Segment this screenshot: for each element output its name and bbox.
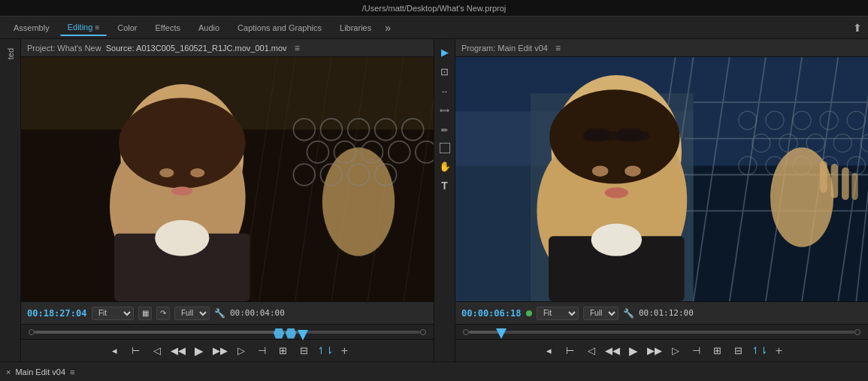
select-tool[interactable]: ▶ [438, 45, 452, 59]
title-bar: /Users/matt/Desktop/What's New.prproj [0, 0, 868, 17]
program-video-frame [455, 57, 868, 301]
source-quality-select[interactable]: Full 1/2 1/4 [174, 307, 210, 320]
editing-tab-menu[interactable]: ≡ [95, 23, 99, 32]
svg-rect-82 [842, 168, 849, 200]
program-overwrite-btn[interactable]: ⊟ [730, 343, 747, 359]
tab-effects[interactable]: Effects [148, 20, 188, 35]
tab-assembly[interactable]: Assembly [6, 20, 57, 35]
source-play-btn[interactable]: ▶ [191, 343, 207, 359]
source-insert-btn[interactable]: ↷ [156, 307, 170, 320]
source-mark-in-btn[interactable]: ◂ [107, 343, 123, 359]
source-insert-clip-btn[interactable]: ⊞ [275, 343, 292, 359]
program-scrubber-track[interactable] [469, 331, 854, 334]
source-in-marker [274, 328, 284, 339]
program-quality-select[interactable]: Full 1/2 1/4 [583, 307, 618, 320]
hand-tool[interactable]: ✋ [438, 159, 452, 173]
program-scrubber-end-dot [854, 329, 860, 335]
tab-audio[interactable]: Audio [191, 20, 227, 35]
source-step-back-btn[interactable]: ◀◀ [170, 343, 186, 359]
program-end-timecode: 00:01:12:00 [639, 308, 694, 318]
source-step-forward-btn[interactable]: ▶▶ [212, 343, 228, 359]
workspace-overflow-btn[interactable]: » [385, 22, 391, 34]
svg-rect-72 [585, 129, 610, 141]
source-scrubber-start-dot [29, 329, 35, 335]
svg-rect-83 [851, 173, 857, 200]
program-monitor-label: Program: Main Edit v04 [461, 44, 548, 53]
source-monitor-controls: 00:18:27:04 Fit 25% 50% 100% ▦ ↷ Full 1/… [21, 301, 434, 324]
source-scrubber-area[interactable] [21, 324, 434, 339]
program-scrubber-area[interactable] [455, 324, 868, 339]
program-mark-in-btn[interactable]: ◂ [541, 343, 558, 359]
program-settings-icon[interactable]: 🔧 [623, 308, 634, 319]
program-next-edit-btn[interactable]: ⊣ [688, 343, 705, 359]
program-step-forward-btn[interactable]: ▶▶ [646, 343, 663, 359]
source-zoom-select[interactable]: Fit 25% 50% 100% [92, 307, 134, 320]
svg-point-13 [119, 98, 246, 188]
program-monitor-menu-icon[interactable]: ≡ [555, 43, 561, 53]
source-add-btn[interactable]: + [341, 344, 348, 358]
program-step-back-btn[interactable]: ◀◀ [604, 343, 621, 359]
timeline-panel: × Main Edit v04 ≡ [0, 361, 868, 381]
source-monitor: Project: What's New Source: A013C005_160… [21, 39, 434, 361]
tab-color[interactable]: Color [110, 20, 144, 35]
program-play-btn[interactable]: ▶ [625, 343, 642, 359]
tab-libraries[interactable]: Libraries [332, 20, 379, 35]
source-prev-frame-btn[interactable]: ◁ [149, 343, 165, 359]
program-next-frame-btn[interactable]: ▷ [667, 343, 684, 359]
ripple-edit-tool[interactable]: ↔ [438, 84, 452, 98]
svg-point-17 [190, 168, 204, 177]
workspace-tabs-bar: Assembly Editing ≡ Color Effects Audio C… [0, 17, 868, 39]
svg-point-76 [605, 187, 628, 198]
source-next-frame-btn[interactable]: ▷ [233, 343, 250, 359]
source-playhead [298, 330, 308, 340]
program-scrubber-start-dot [463, 329, 469, 335]
left-panel-strip: ted [0, 39, 21, 361]
source-end-timecode: 00:00:04:00 [230, 308, 285, 318]
program-playhead [496, 328, 507, 339]
source-timecode: 00:18:27:04 [27, 308, 87, 319]
svg-point-16 [159, 168, 174, 177]
source-file-label[interactable]: Source: A013C005_160521_R1JC.mov_001.mov [106, 44, 287, 53]
program-prev-frame-btn[interactable]: ◁ [583, 343, 600, 359]
program-timecode: 00:00:06:18 [461, 308, 522, 319]
tools-panel: ▶ ⊡ ↔ ⟺ ✏ ✋ T [434, 39, 455, 361]
source-monitor-header: Project: What's New Source: A013C005_160… [21, 39, 434, 57]
source-scrubber-end-dot [420, 329, 426, 335]
source-overwrite-btn[interactable]: ⊟ [296, 343, 313, 359]
rolling-edit-tool[interactable]: ⟺ [438, 104, 452, 117]
program-add-btn[interactable]: + [776, 344, 782, 358]
svg-point-15 [155, 220, 209, 256]
tab-editing[interactable]: Editing ≡ [60, 20, 107, 36]
rect-tool[interactable] [440, 143, 450, 153]
source-next-edit-btn[interactable]: ⊣ [254, 343, 271, 359]
export-button[interactable]: ⬆ [853, 22, 862, 34]
svg-rect-73 [618, 129, 643, 141]
source-monitor-menu-icon[interactable]: ≡ [295, 43, 300, 53]
program-monitor-controls: 00:00:06:18 Fit 25% 50% 100% Full 1/2 1/… [455, 301, 868, 324]
source-scrubber-track[interactable] [35, 331, 420, 334]
svg-rect-81 [831, 164, 839, 198]
tab-captions[interactable]: Captions and Graphics [230, 20, 329, 35]
pen-tool[interactable]: ✏ [438, 123, 452, 137]
timeline-menu-icon[interactable]: ≡ [70, 367, 74, 376]
source-video-svg [21, 57, 434, 301]
timeline-close-btn[interactable]: × [6, 367, 11, 376]
source-prev-edit-btn[interactable]: ⊢ [128, 343, 144, 359]
program-lift-btn[interactable]: ↿⇂ [752, 343, 768, 359]
text-tool[interactable]: T [438, 179, 452, 192]
source-playback-controls: ◂ ⊢ ◁ ◀◀ ▶ ▶▶ ▷ ⊣ ⊞ ⊟ ↿⇂ + [21, 339, 434, 361]
project-path: /Users/matt/Desktop/What's New.prproj [362, 4, 507, 13]
program-prev-edit-btn[interactable]: ⊢ [562, 343, 579, 359]
source-lift-btn[interactable]: ↿⇂ [317, 343, 334, 359]
source-safe-margins-btn[interactable]: ▦ [138, 307, 152, 320]
program-status-dot [526, 310, 532, 316]
program-monitor-header: Program: Main Edit v04 ≡ [455, 39, 868, 57]
program-zoom-select[interactable]: Fit 25% 50% 100% [537, 307, 579, 320]
track-select-forward-tool[interactable]: ⊡ [438, 65, 452, 78]
source-settings-icon[interactable]: 🔧 [214, 308, 225, 319]
program-playback-controls: ◂ ⊢ ◁ ◀◀ ▶ ▶▶ ▷ ⊣ ⊞ ⊟ ↿⇂ + [455, 339, 868, 361]
program-video-content [455, 57, 868, 301]
source-video-frame [21, 57, 434, 301]
source-project-label: Project: What's New [27, 44, 101, 53]
program-insert-clip-btn[interactable]: ⊞ [709, 343, 726, 359]
